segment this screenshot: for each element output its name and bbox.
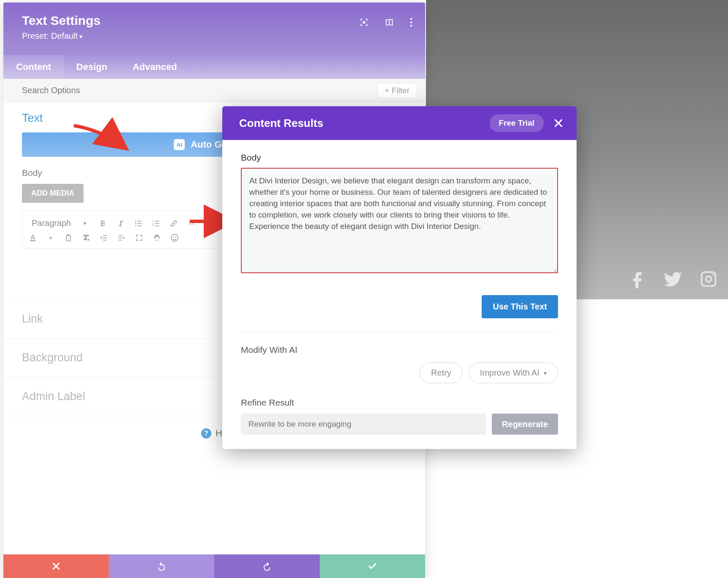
modal-title: Content Results — [239, 117, 323, 130]
settings-tabs: Content Design Advanced — [3, 55, 425, 79]
svg-point-23 — [173, 237, 174, 237]
caret-down-icon: ▾ — [544, 370, 547, 376]
tab-content[interactable]: Content — [3, 55, 64, 79]
close-icon[interactable] — [553, 118, 564, 129]
preset-label: Preset: Default — [22, 31, 78, 40]
help-icon: ? — [201, 428, 211, 438]
social-icons — [628, 270, 718, 290]
svg-rect-12 — [155, 223, 159, 224]
svg-rect-14 — [155, 225, 159, 226]
svg-rect-4 — [138, 220, 142, 221]
split-view-icon[interactable] — [385, 18, 394, 29]
svg-point-0 — [410, 18, 412, 20]
settings-header: Text Settings Preset: Default▾ — [3, 3, 425, 55]
svg-point-7 — [135, 225, 137, 226]
svg-point-24 — [175, 237, 176, 237]
bold-icon[interactable] — [98, 219, 108, 228]
svg-text:3: 3 — [152, 224, 154, 227]
more-icon[interactable] — [410, 18, 413, 29]
settings-title: Text Settings — [22, 13, 407, 28]
svg-rect-20 — [119, 237, 122, 238]
twitter-icon[interactable] — [664, 270, 682, 290]
svg-rect-10 — [155, 220, 159, 221]
bullet-list-icon[interactable] — [134, 219, 143, 228]
svg-rect-18 — [103, 240, 107, 241]
svg-rect-15 — [30, 240, 36, 242]
svg-rect-21 — [119, 240, 122, 241]
special-character-icon[interactable] — [152, 233, 162, 242]
caret-down-icon: ▾ — [84, 220, 86, 226]
svg-rect-16 — [103, 235, 107, 236]
svg-point-22 — [171, 234, 178, 242]
refine-input[interactable] — [241, 414, 486, 435]
ai-icon: AI — [174, 139, 185, 150]
improve-label: Improve With AI — [480, 368, 539, 378]
numbered-list-icon[interactable]: 123 — [151, 219, 161, 228]
search-row: + Filter — [3, 79, 425, 102]
paragraph-label: Paragraph — [32, 218, 71, 228]
regenerate-button[interactable]: Regenerate — [492, 414, 558, 435]
italic-icon[interactable] — [116, 219, 125, 228]
cancel-button[interactable] — [3, 554, 109, 578]
settings-footer — [3, 554, 425, 578]
quote-icon[interactable] — [187, 219, 196, 228]
fullscreen-icon[interactable] — [135, 233, 144, 242]
modify-with-ai-label: Modify With AI — [241, 345, 558, 355]
filter-label: Filter — [392, 86, 410, 95]
refine-result-label: Refine Result — [241, 398, 558, 408]
indent-icon[interactable] — [117, 233, 126, 242]
focus-icon[interactable] — [359, 18, 369, 29]
add-media-button[interactable]: ADD MEDIA — [22, 184, 84, 203]
link-icon[interactable] — [169, 219, 178, 228]
retry-button[interactable]: Retry — [420, 363, 463, 383]
free-trial-button[interactable]: Free Trial — [490, 114, 544, 132]
tab-design[interactable]: Design — [64, 55, 120, 79]
emoji-icon[interactable] — [170, 233, 179, 242]
redo-button[interactable] — [214, 554, 320, 578]
plus-icon: + — [385, 86, 389, 95]
improve-with-ai-button[interactable]: Improve With AI ▾ — [469, 363, 558, 383]
use-this-text-button[interactable]: Use This Text — [482, 295, 558, 318]
facebook-icon[interactable] — [628, 270, 647, 290]
paste-icon[interactable] — [64, 233, 73, 242]
search-input[interactable] — [22, 86, 233, 95]
retry-label: Retry — [431, 368, 451, 378]
svg-rect-19 — [119, 235, 122, 236]
svg-point-5 — [135, 223, 137, 224]
modal-body-label: Body — [241, 153, 558, 163]
svg-rect-17 — [103, 237, 107, 238]
svg-rect-6 — [138, 223, 142, 224]
modal-body: Body Use This Text Modify With AI Retry … — [222, 140, 577, 449]
outdent-icon[interactable] — [99, 233, 108, 242]
save-button[interactable] — [320, 554, 425, 578]
tab-advanced[interactable]: Advanced — [120, 55, 189, 79]
svg-rect-8 — [138, 225, 142, 226]
content-results-modal: Content Results Free Trial Body Use This… — [222, 106, 577, 449]
preset-dropdown[interactable]: Preset: Default▾ — [22, 31, 407, 41]
svg-point-2 — [410, 25, 412, 27]
filter-button[interactable]: + Filter — [377, 83, 417, 98]
instagram-icon[interactable] — [699, 270, 718, 290]
svg-point-3 — [135, 220, 137, 222]
undo-button[interactable] — [109, 554, 214, 578]
svg-point-1 — [410, 22, 412, 23]
text-color-icon[interactable] — [28, 233, 38, 242]
clear-formatting-icon[interactable] — [81, 233, 91, 242]
caret-down-icon: ▾ — [79, 33, 83, 40]
text-color-caret-icon[interactable]: ▾ — [46, 233, 55, 242]
paragraph-select[interactable]: Paragraph ▾ — [28, 217, 90, 230]
modal-header: Content Results Free Trial — [222, 106, 577, 140]
result-textarea[interactable] — [241, 168, 558, 273]
